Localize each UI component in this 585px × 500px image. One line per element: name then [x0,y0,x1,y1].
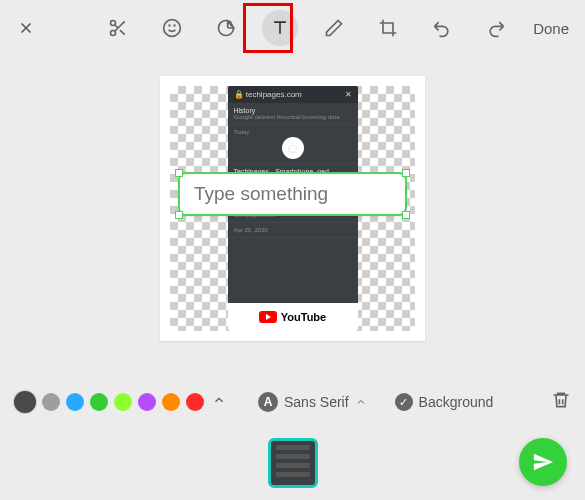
background-toggle[interactable]: ✓ Background [395,393,494,411]
crop-tool[interactable] [370,10,406,46]
send-icon [532,451,554,473]
preview-url: techipages.com [246,90,302,99]
resize-handle-tl[interactable] [175,169,183,177]
chevron-up-icon [355,396,367,408]
scissors-icon [108,18,128,38]
canvas-frame[interactable]: 🔒 techipages.com ✕ History Google delive… [160,76,425,341]
emoji-icon [162,18,182,38]
color-swatch[interactable] [90,393,108,411]
close-button[interactable] [12,14,40,42]
done-button[interactable]: Done [529,14,573,43]
background-label: Background [419,394,494,410]
preview-date: Apr 20, 2020 [234,227,352,233]
check-icon: ✓ [395,393,413,411]
svg-point-2 [164,20,181,37]
delete-button[interactable] [551,390,571,414]
resize-handle-bl[interactable] [175,211,183,219]
undo-icon [432,18,452,38]
draw-tool[interactable] [316,10,352,46]
redo-icon [486,18,506,38]
editor-toolbar: Done [0,0,585,56]
footer [0,426,585,500]
more-colors-button[interactable] [210,393,228,411]
color-swatch[interactable] [162,393,180,411]
youtube-bar: YouTube [228,303,358,331]
scissors-tool[interactable] [100,10,136,46]
sticker-icon [216,18,236,38]
image-thumbnail[interactable] [268,438,318,488]
font-icon: A [258,392,278,412]
smiley-sticker: ☺ [282,137,304,159]
preview-date: Today [234,129,352,135]
resize-handle-br[interactable] [402,211,410,219]
tool-icons-group [100,10,514,46]
svg-point-0 [111,21,116,26]
color-swatch[interactable] [114,393,132,411]
text-options-bar: A Sans Serif ✓ Background [0,390,585,414]
send-button[interactable] [519,438,567,486]
canvas-area: 🔒 techipages.com ✕ History Google delive… [0,76,585,341]
resize-handle-tr[interactable] [402,169,410,177]
font-selector[interactable]: A Sans Serif [258,392,367,412]
font-label: Sans Serif [284,394,349,410]
undo-button[interactable] [424,10,460,46]
youtube-label: YouTube [281,311,326,323]
sticker-tool[interactable] [208,10,244,46]
chevron-up-icon [212,393,226,407]
preview-close-icon: ✕ [345,90,352,99]
color-swatch[interactable] [14,391,36,413]
color-swatches [14,391,228,413]
text-icon [270,18,290,38]
trash-icon [551,390,571,410]
color-swatch[interactable] [138,393,156,411]
text-input[interactable] [180,183,405,205]
text-tool[interactable] [262,10,298,46]
color-swatch[interactable] [42,393,60,411]
preview-section: History [234,107,352,114]
preview-blurb: Google delivers historical browsing data [234,114,352,120]
svg-point-4 [174,25,175,26]
svg-point-3 [169,25,170,26]
color-swatch[interactable] [186,393,204,411]
close-icon [17,19,35,37]
crop-icon [378,18,398,38]
svg-point-1 [111,31,116,36]
pencil-icon [324,18,344,38]
color-swatch[interactable] [66,393,84,411]
text-overlay[interactable] [178,172,407,216]
redo-button[interactable] [478,10,514,46]
emoji-tool[interactable] [154,10,190,46]
youtube-logo-icon [259,311,277,323]
